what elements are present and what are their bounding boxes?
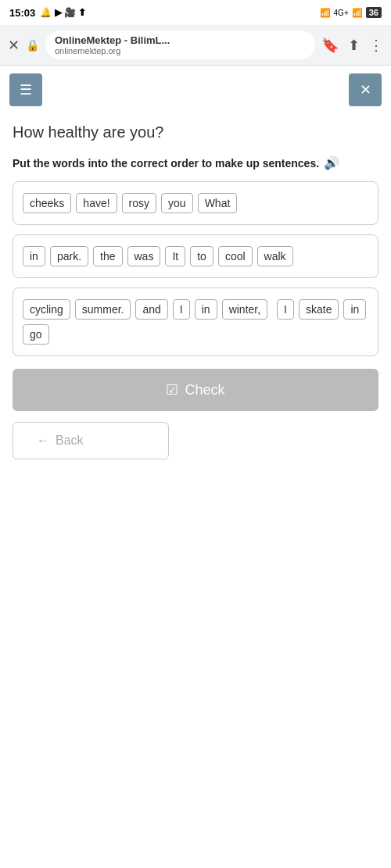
word-tag[interactable]: you (161, 193, 193, 213)
word-tag[interactable]: in (23, 246, 45, 266)
word-tag[interactable]: to (190, 246, 213, 266)
sound-icon[interactable]: 🔊 (324, 155, 339, 170)
status-time: 15:03 🔔 ▶ 🎥 ⬆ (9, 7, 86, 19)
battery-display: 36 (366, 7, 382, 18)
word-tag[interactable]: summer. (75, 299, 131, 320)
top-toolbar: ☰ ✕ (0, 66, 391, 114)
content-area: ☰ ✕ How healthy are you? Put the words i… (0, 66, 391, 868)
word-tag[interactable]: I (173, 299, 190, 320)
status-bar: 15:03 🔔 ▶ 🎥 ⬆ 📶 4G+ 📶 36 (0, 0, 391, 25)
word-tag[interactable]: It (165, 246, 185, 266)
page-title: How healthy are you? (13, 123, 378, 141)
network-type: 4G+ (334, 9, 349, 17)
word-tag[interactable]: skate (299, 299, 339, 320)
check-button[interactable]: ☑ Check (13, 369, 378, 411)
word-tag[interactable]: go (23, 324, 49, 345)
word-tag[interactable]: rosy (122, 193, 156, 213)
back-arrow-icon: ← (37, 434, 49, 448)
site-url: onlinemektep.org (55, 46, 306, 55)
instruction-label: Put the words into the correct order to … (13, 157, 319, 170)
close-button[interactable]: ✕ (349, 73, 382, 106)
check-label: Check (185, 382, 224, 398)
word-tag[interactable]: park. (50, 246, 88, 266)
lock-icon: 🔒 (26, 39, 39, 52)
back-label: Back (56, 434, 84, 448)
word-tag[interactable]: have! (76, 193, 117, 213)
signal-icon-2: 📶 (352, 8, 363, 18)
more-options-icon[interactable]: ⋮ (369, 37, 383, 54)
word-tag[interactable]: cycling (23, 299, 70, 320)
share-icon[interactable]: ⬆ (348, 37, 360, 54)
url-bar[interactable]: OnlineMektep - BilimL... onlinemektep.or… (45, 30, 315, 59)
signal-icon: 📶 (320, 8, 331, 18)
word-tag[interactable]: winter, (222, 299, 267, 320)
word-tag[interactable]: What (198, 193, 238, 213)
status-right: 📶 4G+ 📶 36 (320, 7, 382, 18)
menu-button[interactable]: ☰ (9, 73, 42, 106)
word-tag[interactable]: I (277, 299, 294, 320)
word-tag[interactable]: the (93, 246, 122, 266)
word-tag[interactable]: in (195, 299, 217, 320)
sentence-box-1: cheeks have! rosy you What (13, 181, 378, 225)
word-tag[interactable]: cool (218, 246, 253, 266)
browser-close-button[interactable]: ✕ (8, 37, 20, 54)
instruction-text: Put the words into the correct order to … (13, 155, 378, 170)
back-button[interactable]: ← Back (13, 422, 169, 459)
page-content: How healthy are you? Put the words into … (0, 114, 391, 469)
word-tag[interactable]: cheeks (23, 193, 71, 213)
site-title: OnlineMektep - BilimL... (55, 34, 306, 46)
word-tag[interactable]: walk (257, 246, 293, 266)
bookmark-icon[interactable]: 🔖 (321, 37, 339, 54)
notification-icons: 🔔 ▶ 🎥 ⬆ (40, 7, 86, 18)
sentence-box-3: cycling summer. and I in winter, I skate… (13, 288, 378, 356)
browser-bar: ✕ 🔒 OnlineMektep - BilimL... onlinemekte… (0, 25, 391, 66)
check-icon: ☑ (166, 381, 178, 398)
word-tag[interactable]: was (127, 246, 161, 266)
time-display: 15:03 (9, 7, 35, 19)
browser-actions: 🔖 ⬆ ⋮ (321, 37, 383, 54)
word-tag[interactable]: and (135, 299, 167, 320)
word-tag[interactable]: in (343, 299, 366, 320)
sentence-box-2: in park. the was It to cool walk (13, 234, 378, 278)
